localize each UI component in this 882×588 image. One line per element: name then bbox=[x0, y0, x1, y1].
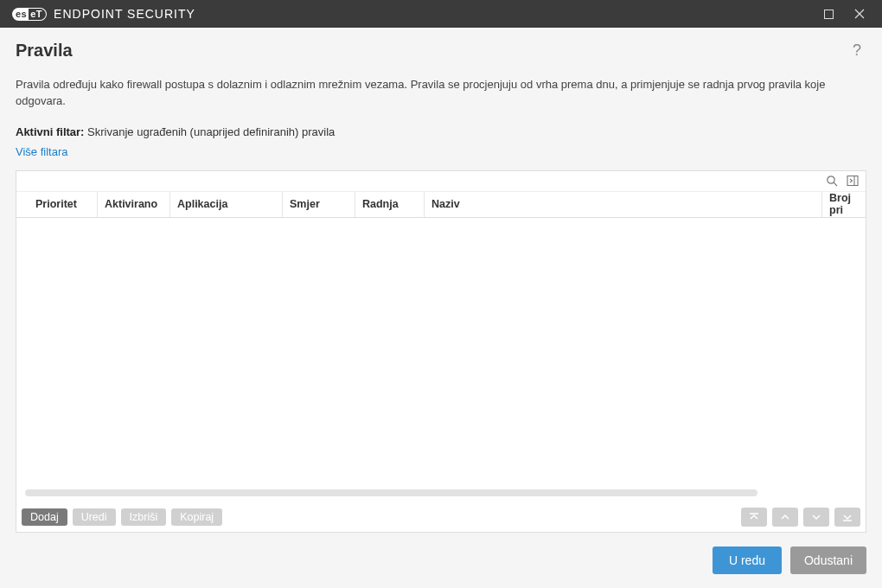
window-close-icon[interactable] bbox=[844, 0, 875, 28]
table-header: Prioritet Aktivirano Aplikacija Smjer Ra… bbox=[16, 192, 866, 218]
help-icon[interactable]: ? bbox=[847, 40, 866, 61]
expand-panel-icon[interactable] bbox=[843, 172, 862, 189]
svg-rect-0 bbox=[824, 10, 833, 18]
search-icon[interactable] bbox=[822, 172, 841, 189]
delete-button[interactable]: Izbriši bbox=[121, 508, 167, 526]
page-description: Pravila određuju kako firewall postupa s… bbox=[16, 77, 866, 110]
horizontal-scrollbar[interactable] bbox=[25, 489, 857, 496]
move-bottom-icon[interactable] bbox=[834, 508, 860, 527]
col-prioritet[interactable]: Prioritet bbox=[29, 192, 98, 217]
col-naziv[interactable]: Naziv bbox=[425, 192, 822, 217]
move-down-icon[interactable] bbox=[803, 508, 829, 527]
copy-button[interactable]: Kopiraj bbox=[171, 508, 222, 526]
eset-logo-right: eT bbox=[29, 8, 47, 21]
dialog-footer: U redu Odustani bbox=[0, 533, 882, 588]
brand: eseT ENDPOINT SECURITY bbox=[12, 7, 195, 21]
col-aktivirano[interactable]: Aktivirano bbox=[98, 192, 170, 217]
active-filter-value: Skrivanje ugrađenih (unaprijed definiran… bbox=[87, 125, 335, 138]
col-radnja[interactable]: Radnja bbox=[355, 192, 425, 217]
active-filter-label: Aktivni filtar: bbox=[16, 125, 84, 138]
product-name: ENDPOINT SECURITY bbox=[54, 7, 195, 21]
ok-button[interactable]: U redu bbox=[713, 546, 782, 574]
page-title: Pravila bbox=[16, 41, 73, 61]
move-up-icon[interactable] bbox=[772, 508, 798, 527]
col-smjer[interactable]: Smjer bbox=[283, 192, 355, 217]
table-toolbar bbox=[16, 171, 866, 192]
eset-logo: eseT bbox=[12, 8, 47, 21]
move-top-icon[interactable] bbox=[741, 508, 767, 527]
col-broj[interactable]: Broj pri bbox=[822, 192, 866, 217]
cancel-button[interactable]: Odustani bbox=[790, 546, 866, 574]
col-aplikacija[interactable]: Aplikacija bbox=[170, 192, 283, 217]
rules-table-panel: Prioritet Aktivirano Aplikacija Smjer Ra… bbox=[16, 170, 866, 533]
table-body bbox=[16, 218, 866, 503]
svg-point-1 bbox=[828, 176, 834, 183]
titlebar: eseT ENDPOINT SECURITY bbox=[0, 0, 882, 28]
add-button[interactable]: Dodaj bbox=[22, 508, 67, 526]
eset-logo-left: es bbox=[12, 8, 29, 21]
edit-button[interactable]: Uredi bbox=[73, 508, 116, 526]
more-filters-link[interactable]: Više filtara bbox=[16, 145, 866, 158]
window-maximize-icon[interactable] bbox=[813, 0, 844, 28]
table-actions: Dodaj Uredi Izbriši Kopiraj bbox=[16, 503, 866, 532]
active-filter: Aktivni filtar: Skrivanje ugrađenih (una… bbox=[16, 125, 866, 138]
